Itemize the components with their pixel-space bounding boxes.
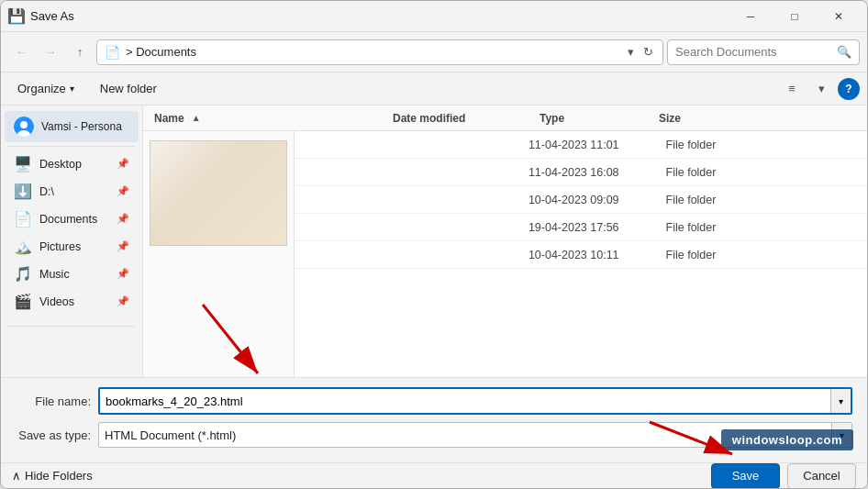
music-icon: 🎵 xyxy=(14,265,32,283)
reload-button[interactable]: ↻ xyxy=(641,43,655,61)
filename-dropdown-button[interactable]: ▾ xyxy=(830,389,851,413)
view-toggle-button[interactable]: ≡ xyxy=(779,76,805,102)
up-button[interactable]: ↑ xyxy=(67,39,93,65)
preview-area xyxy=(143,131,295,377)
savetype-wrapper[interactable]: HTML Document (*.html) ▾ xyxy=(98,422,852,448)
toolbar-right: ≡ ▾ ? xyxy=(779,76,860,102)
pin-icon: 📌 xyxy=(117,185,129,197)
sidebar: Vamsi - Persona 🖥️ Desktop 📌 ⬇️ D:\ 📌 📄 … xyxy=(1,106,143,377)
sidebar-item-videos[interactable]: 🎬 Videos 📌 xyxy=(5,288,139,315)
organize-button[interactable]: Organize ▾ xyxy=(8,77,83,101)
hide-folders-chevron-icon: ∧ xyxy=(12,469,21,483)
savetype-row: Save as type: HTML Document (*.html) ▾ xyxy=(16,422,852,448)
sidebar-item-pictures[interactable]: 🏔️ Pictures 📌 xyxy=(5,233,139,260)
sort-icon: ▲ xyxy=(192,113,201,123)
desktop-icon: 🖥️ xyxy=(14,155,32,172)
file-area: Name ▲ Date modified Type Size xyxy=(143,106,867,377)
pin-icon: 📌 xyxy=(117,213,129,225)
search-icon: 🔍 xyxy=(837,45,851,59)
table-row[interactable]: 19-04-2023 17:56 File folder xyxy=(295,214,867,241)
account-label: Vamsi - Persona xyxy=(41,120,122,133)
file-header: Name ▲ Date modified Type Size xyxy=(143,106,867,131)
table-row[interactable]: 11-04-2023 11:01 File folder xyxy=(295,131,867,159)
address-bar[interactable]: 📄 > Documents ▾ ↻ xyxy=(96,39,663,65)
sidebar-item-music[interactable]: 🎵 Music 📌 xyxy=(5,261,139,287)
preview-thumbnail xyxy=(150,140,287,246)
filename-row: File name: ▾ xyxy=(16,387,852,415)
title-bar: 💾 Save As ─ □ ✕ xyxy=(1,1,867,32)
pin-icon: 📌 xyxy=(117,158,129,170)
main-content: Vamsi - Persona 🖥️ Desktop 📌 ⬇️ D:\ 📌 📄 … xyxy=(1,106,867,377)
organize-chevron-icon: ▾ xyxy=(70,83,74,94)
save-button[interactable]: Save xyxy=(711,463,780,489)
hide-folders-button[interactable]: ∧ Hide Folders xyxy=(12,469,93,483)
sidebar-divider xyxy=(8,146,135,147)
address-path: > Documents xyxy=(126,45,620,59)
sidebar-item-label: D:\ xyxy=(39,185,109,198)
pin-icon: 📌 xyxy=(117,268,129,280)
filename-input[interactable] xyxy=(100,389,830,413)
refresh-button[interactable]: ▾ xyxy=(626,43,636,61)
table-row[interactable]: 10-04-2023 10:11 File folder xyxy=(295,241,867,269)
col-type-header[interactable]: Type xyxy=(536,111,655,125)
sidebar-item-label: Music xyxy=(39,268,109,281)
footer-bar: ∧ Hide Folders Save Cancel xyxy=(1,462,867,488)
minimize-button[interactable]: ─ xyxy=(729,1,772,32)
col-date-header[interactable]: Date modified xyxy=(389,111,536,125)
svg-point-1 xyxy=(20,121,28,128)
help-button[interactable]: ? xyxy=(838,78,860,100)
col-name-header[interactable]: Name ▲ xyxy=(150,112,389,125)
search-box[interactable]: 🔍 xyxy=(667,39,860,65)
sidebar-item-label: Pictures xyxy=(39,240,109,253)
pin-icon: 📌 xyxy=(117,295,129,307)
sidebar-account[interactable]: Vamsi - Persona xyxy=(5,111,139,142)
address-icon: 📄 xyxy=(105,45,120,60)
sidebar-item-desktop[interactable]: 🖥️ Desktop 📌 xyxy=(5,150,139,177)
savetype-text: HTML Document (*.html) xyxy=(99,423,831,447)
forward-button[interactable]: → xyxy=(38,39,63,65)
account-avatar xyxy=(14,117,34,137)
savetype-label: Save as type: xyxy=(16,428,98,442)
documents-icon: 📄 xyxy=(14,210,32,228)
downloads-icon: ⬇️ xyxy=(14,183,32,200)
window-icon: 💾 xyxy=(8,8,25,25)
savetype-dropdown-button[interactable]: ▾ xyxy=(831,423,851,447)
table-row[interactable]: 11-04-2023 16:08 File folder xyxy=(295,159,867,186)
window-title: Save As xyxy=(30,9,729,23)
nav-bar: ← → ↑ 📄 > Documents ▾ ↻ 🔍 xyxy=(1,32,867,72)
pin-icon: 📌 xyxy=(117,240,129,252)
bottom-bar: File name: ▾ Save as type: HTML Document… xyxy=(1,377,867,462)
sidebar-item-label: Videos xyxy=(39,295,109,308)
filename-input-wrapper[interactable]: ▾ xyxy=(98,387,852,415)
sidebar-item-label: Desktop xyxy=(39,158,109,171)
videos-icon: 🎬 xyxy=(14,293,32,310)
search-input[interactable] xyxy=(675,45,833,59)
sidebar-item-label: Documents xyxy=(39,213,109,226)
file-rows-container: 11-04-2023 11:01 File folder 11-04-2023 … xyxy=(295,131,867,377)
view-options-button[interactable]: ▾ xyxy=(808,76,834,102)
maximize-button[interactable]: □ xyxy=(773,1,816,32)
col-size-header[interactable]: Size xyxy=(655,111,747,125)
close-button[interactable]: ✕ xyxy=(818,1,860,32)
filename-label: File name: xyxy=(16,395,98,408)
sidebar-item-downloads[interactable]: ⬇️ D:\ 📌 xyxy=(5,178,139,205)
sidebar-divider-2 xyxy=(8,326,135,327)
back-button[interactable]: ← xyxy=(8,39,34,65)
toolbar: Organize ▾ New folder ≡ ▾ ? xyxy=(1,72,867,106)
new-folder-button[interactable]: New folder xyxy=(91,77,166,101)
cancel-button[interactable]: Cancel xyxy=(787,463,856,489)
hide-folders-label: Hide Folders xyxy=(25,469,93,483)
sidebar-item-documents[interactable]: 📄 Documents 📌 xyxy=(5,206,139,232)
table-row[interactable]: 10-04-2023 09:09 File folder xyxy=(295,186,867,214)
title-bar-controls: ─ □ ✕ xyxy=(729,1,860,32)
file-list: 11-04-2023 11:01 File folder 11-04-2023 … xyxy=(143,131,867,377)
pictures-icon: 🏔️ xyxy=(14,238,32,255)
